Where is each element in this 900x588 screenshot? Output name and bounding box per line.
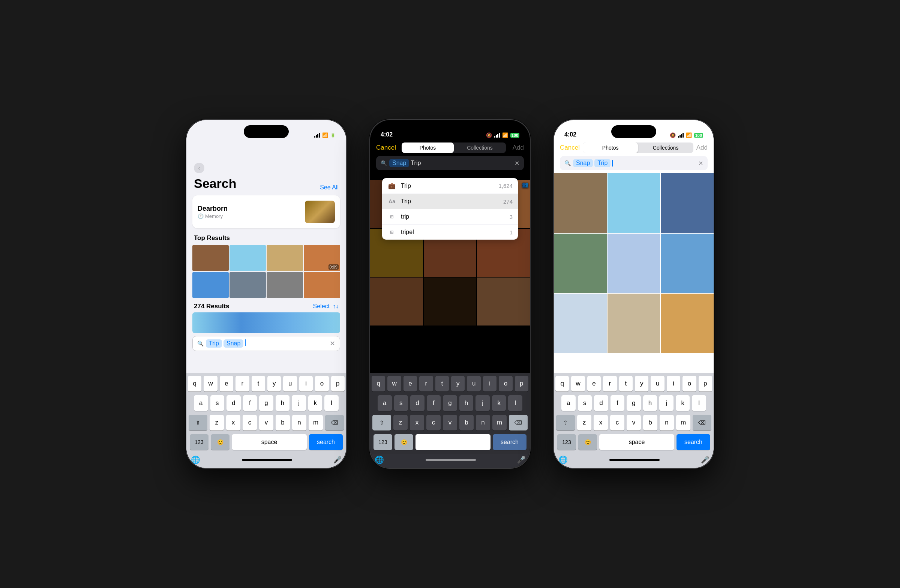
key-r[interactable]: r (236, 376, 249, 391)
k2-delete[interactable]: ⌫ (509, 415, 528, 430)
add-button-3[interactable]: Add (697, 144, 708, 152)
photo-cell-4[interactable]: 0:09 (304, 245, 340, 271)
key-d[interactable]: d (227, 395, 241, 411)
k2-o[interactable]: o (499, 376, 512, 391)
k3-d[interactable]: d (594, 395, 608, 411)
k3-p[interactable]: p (698, 376, 712, 391)
photo-cell-1[interactable] (192, 245, 229, 271)
key-n[interactable]: n (292, 415, 306, 430)
photo-cell-7[interactable] (267, 272, 303, 298)
key-g[interactable]: g (259, 395, 273, 411)
clear-button-2[interactable]: ✕ (515, 160, 519, 167)
pg3-cell-2[interactable] (607, 173, 660, 233)
key-shift[interactable]: ⇧ (189, 415, 207, 430)
photo-cell-6[interactable] (230, 272, 266, 298)
photo-cell-5[interactable] (192, 272, 229, 298)
key-w[interactable]: w (203, 376, 217, 391)
segment-collections-3[interactable]: Collections (638, 143, 693, 153)
clear-search-button[interactable]: ✕ (330, 339, 335, 348)
key-h[interactable]: h (276, 395, 290, 411)
k2-n[interactable]: n (476, 415, 490, 430)
photo-cell-2[interactable] (230, 245, 266, 271)
k3-space[interactable]: space (599, 434, 674, 450)
select-button[interactable]: Select (313, 303, 330, 310)
autocomplete-item-1[interactable]: 💼 Trip 1,624 (382, 178, 518, 194)
k3-123[interactable]: 123 (557, 434, 576, 450)
sort-icon[interactable]: ↑↓ (333, 303, 338, 310)
k3-g[interactable]: g (627, 395, 641, 411)
key-e[interactable]: e (220, 376, 233, 391)
k2-b[interactable]: b (459, 415, 473, 430)
cancel-button-2[interactable]: Cancel (376, 144, 399, 152)
k3-shift[interactable]: ⇧ (556, 415, 575, 430)
k3-n[interactable]: n (659, 415, 674, 430)
autocomplete-item-3[interactable]: ⊞ trip 3 (382, 209, 518, 225)
key-space[interactable]: space (232, 434, 307, 450)
k3-w[interactable]: w (571, 376, 585, 391)
mic-icon-1[interactable]: 🎤 (334, 456, 341, 464)
pg3-cell-3[interactable] (661, 173, 714, 233)
k3-q[interactable]: q (556, 376, 569, 391)
key-z[interactable]: z (209, 415, 224, 430)
k3-o[interactable]: o (683, 376, 696, 391)
key-i[interactable]: i (299, 376, 313, 391)
key-o[interactable]: o (315, 376, 329, 391)
segment-photos-3[interactable]: Photos (583, 143, 638, 153)
k3-u[interactable]: u (651, 376, 664, 391)
k2-l[interactable]: l (508, 395, 522, 411)
k3-k[interactable]: k (676, 395, 690, 411)
key-emoji[interactable]: 😊 (211, 434, 230, 450)
k2-z[interactable]: z (393, 415, 408, 430)
key-l[interactable]: l (324, 395, 338, 411)
add-button-2[interactable]: Add (509, 144, 524, 152)
k3-a[interactable]: a (562, 395, 576, 411)
key-delete[interactable]: ⌫ (325, 415, 344, 430)
k2-p[interactable]: p (515, 376, 528, 391)
search-field-3[interactable]: 🔍 Snap Trip ✕ (560, 156, 708, 170)
pg3-cell-6[interactable] (661, 234, 714, 293)
pg3-cell-1[interactable] (554, 173, 607, 233)
pg3-cell-8[interactable] (607, 294, 660, 353)
photo-cell-3[interactable] (267, 245, 303, 271)
key-v[interactable]: v (259, 415, 273, 430)
key-k[interactable]: k (308, 395, 323, 411)
k3-i[interactable]: i (667, 376, 680, 391)
k3-j[interactable]: j (659, 395, 673, 411)
k3-m[interactable]: m (676, 415, 691, 430)
k3-x[interactable]: x (594, 415, 608, 430)
k2-m[interactable]: m (492, 415, 507, 430)
k3-z[interactable]: z (577, 415, 591, 430)
k2-u[interactable]: u (467, 376, 480, 391)
segment-collections-2[interactable]: Collections (454, 143, 506, 153)
key-q[interactable]: q (188, 376, 202, 391)
k3-l[interactable]: l (692, 395, 706, 411)
k2-a[interactable]: a (378, 395, 392, 411)
mic-icon-3[interactable]: 🎤 (701, 456, 709, 464)
cancel-button-3[interactable]: Cancel (560, 144, 580, 152)
see-all-button[interactable]: See All (320, 184, 338, 191)
k2-c[interactable]: c (427, 415, 441, 430)
key-p[interactable]: p (331, 376, 344, 391)
key-t[interactable]: t (251, 376, 265, 391)
k2-g[interactable]: g (443, 395, 457, 411)
k2-h[interactable]: h (459, 395, 473, 411)
k2-shift[interactable]: ⇧ (372, 415, 391, 430)
key-f[interactable]: f (243, 395, 257, 411)
key-search-1[interactable]: search (309, 434, 343, 450)
key-c[interactable]: c (243, 415, 257, 430)
k2-search[interactable]: search (493, 434, 526, 450)
k2-s[interactable]: s (394, 395, 408, 411)
autocomplete-item-4[interactable]: ⊞ tripel 1 (382, 225, 518, 240)
k2-y[interactable]: y (451, 376, 465, 391)
k3-f[interactable]: f (610, 395, 625, 411)
key-j[interactable]: j (292, 395, 306, 411)
key-a[interactable]: a (194, 395, 208, 411)
key-123[interactable]: 123 (190, 434, 208, 450)
globe-icon-1[interactable]: 🌐 (191, 455, 200, 464)
key-u[interactable]: u (283, 376, 296, 391)
k2-space[interactable]: space (416, 434, 490, 450)
key-s[interactable]: s (210, 395, 225, 411)
photo-cell-8[interactable] (304, 272, 340, 298)
k3-emoji[interactable]: 😊 (578, 434, 597, 450)
k2-123[interactable]: 123 (374, 434, 392, 450)
